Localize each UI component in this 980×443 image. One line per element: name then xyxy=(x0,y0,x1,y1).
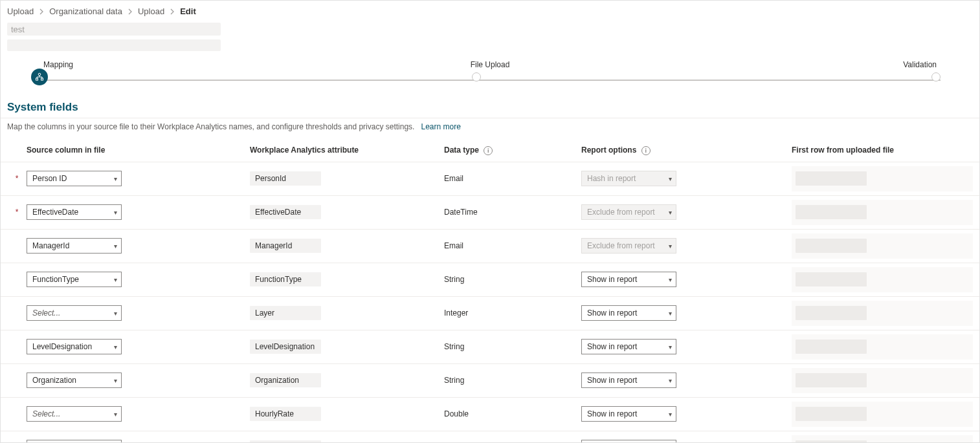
chevron-down-icon: ▾ xyxy=(114,411,117,418)
info-icon[interactable]: i xyxy=(484,146,493,155)
chevron-down-icon: ▾ xyxy=(669,243,672,250)
required-mark: * xyxy=(7,208,27,217)
source-column-dropdown[interactable]: Select...▾ xyxy=(27,305,122,321)
attribute-chip: Organization xyxy=(250,373,321,387)
table-row: Organization▾OrganizationStringShow in r… xyxy=(1,364,979,398)
source-column-dropdown[interactable]: Select...▾ xyxy=(27,406,122,422)
chevron-down-icon: ▾ xyxy=(114,310,117,317)
learn-more-link[interactable]: Learn more xyxy=(421,122,460,131)
chevron-down-icon: ▾ xyxy=(669,276,672,283)
source-column-dropdown[interactable]: Organization▾ xyxy=(27,373,122,388)
preview-cell xyxy=(796,171,867,186)
chevron-down-icon: ▾ xyxy=(114,209,117,216)
attribute-chip: LevelDesignation xyxy=(250,340,321,354)
chevron-down-icon: ▾ xyxy=(669,209,672,216)
table-row: ManagerId▾ManagerIdEmailExclude from rep… xyxy=(1,230,979,263)
preview-cell xyxy=(796,272,867,286)
step-node-validation xyxy=(931,72,941,81)
report-options-dropdown[interactable]: Show in report▾ xyxy=(581,373,676,388)
table-row: FunctionType▾FunctionTypeStringShow in r… xyxy=(1,263,979,297)
col-header-first-row: First row from uploaded file xyxy=(792,146,973,155)
table-row: Select...▾LayerIntegerShow in report▾ xyxy=(1,297,979,330)
breadcrumb-item[interactable]: Upload xyxy=(7,6,34,16)
report-options-dropdown[interactable]: Show in report▾ xyxy=(581,339,676,354)
col-header-source: Source column in file xyxy=(27,146,250,155)
chevron-down-icon: ▾ xyxy=(669,175,672,182)
data-type-label: Email xyxy=(444,241,463,250)
intro-text: Map the columns in your source file to t… xyxy=(1,122,979,142)
data-type-label: Email xyxy=(444,174,463,183)
report-options-dropdown: Exclude from report▾ xyxy=(581,204,676,220)
chevron-right-icon xyxy=(170,8,175,15)
breadcrumb-item[interactable]: Organizational data xyxy=(49,6,122,16)
source-column-dropdown[interactable]: TimeZone▾ xyxy=(27,440,122,443)
data-type-label: String xyxy=(444,342,464,351)
report-options-dropdown[interactable]: Show in report▾ xyxy=(581,440,676,443)
attribute-chip: PersonId xyxy=(250,171,321,186)
chevron-right-icon xyxy=(39,8,44,15)
data-type-label: String xyxy=(444,376,464,385)
step-label-validation: Validation xyxy=(639,60,937,69)
first-row-preview xyxy=(792,166,973,191)
chevron-down-icon: ▾ xyxy=(114,276,117,283)
chevron-down-icon: ▾ xyxy=(114,175,117,182)
attribute-chip: HourlyRate xyxy=(250,407,321,421)
report-options-dropdown: Hash in report▾ xyxy=(581,171,676,186)
preview-cell xyxy=(796,407,867,421)
source-column-dropdown[interactable]: ManagerId▾ xyxy=(27,238,122,254)
breadcrumb: Upload Organizational data Upload Edit xyxy=(1,1,979,20)
preview-cell xyxy=(796,340,867,354)
chevron-down-icon: ▾ xyxy=(114,243,117,250)
chevron-down-icon: ▾ xyxy=(669,411,672,418)
source-column-dropdown[interactable]: Person ID▾ xyxy=(27,171,122,186)
attribute-chip: EffectiveDate xyxy=(250,205,321,219)
attribute-chip: Layer xyxy=(250,306,321,320)
step-label-file-upload: File Upload xyxy=(341,60,639,69)
table-row: LevelDesignation▾LevelDesignationStringS… xyxy=(1,330,979,364)
report-options-dropdown[interactable]: Show in report▾ xyxy=(581,272,676,287)
preview-cell xyxy=(796,205,867,219)
breadcrumb-current: Edit xyxy=(180,6,196,16)
upload-description-input[interactable] xyxy=(7,39,221,51)
table-row: *EffectiveDate▾EffectiveDateDateTimeExcl… xyxy=(1,196,979,230)
svg-rect-1 xyxy=(36,78,38,80)
first-row-preview xyxy=(792,200,973,225)
chevron-right-icon xyxy=(128,8,133,15)
breadcrumb-item[interactable]: Upload xyxy=(138,6,164,16)
report-options-dropdown[interactable]: Show in report▾ xyxy=(581,305,676,321)
preview-cell xyxy=(796,373,867,387)
upload-name-input[interactable]: test xyxy=(7,23,221,36)
attribute-chip: ManagerId xyxy=(250,239,321,253)
table-row: TimeZone▾TimeZoneTimezoneShow in report▾ xyxy=(1,431,979,443)
chevron-down-icon: ▾ xyxy=(669,310,672,317)
report-options-dropdown[interactable]: Show in report▾ xyxy=(581,406,676,422)
chevron-down-icon: ▾ xyxy=(114,343,117,351)
preview-cell xyxy=(796,440,867,443)
first-row-preview xyxy=(792,435,973,443)
chevron-down-icon: ▾ xyxy=(114,377,117,384)
info-icon[interactable]: i xyxy=(641,146,651,155)
section-heading: System fields xyxy=(1,101,979,118)
table-header: Source column in file Workplace Analytic… xyxy=(1,142,979,162)
table-row: *Person ID▾PersonIdEmailHash in report▾ xyxy=(1,162,979,196)
source-column-dropdown[interactable]: LevelDesignation▾ xyxy=(27,339,122,354)
table-row: Select...▾HourlyRateDoubleShow in report… xyxy=(1,398,979,431)
svg-point-0 xyxy=(38,73,41,76)
chevron-down-icon: ▾ xyxy=(669,343,672,351)
required-mark: * xyxy=(7,174,27,183)
step-node-mapping xyxy=(31,69,48,85)
first-row-preview xyxy=(792,402,973,427)
data-type-label: Double xyxy=(444,409,469,418)
first-row-preview xyxy=(792,334,973,360)
first-row-preview xyxy=(792,267,973,292)
chevron-down-icon: ▾ xyxy=(669,377,672,384)
source-column-dropdown[interactable]: EffectiveDate▾ xyxy=(27,204,122,220)
data-type-label: String xyxy=(444,275,464,284)
source-column-dropdown[interactable]: FunctionType▾ xyxy=(27,272,122,287)
first-row-preview xyxy=(792,233,973,259)
report-options-dropdown: Exclude from report▾ xyxy=(581,238,676,254)
svg-rect-2 xyxy=(41,78,43,80)
data-type-label: DateTime xyxy=(444,208,478,217)
col-header-datatype: Data type xyxy=(444,146,479,155)
sitemap-icon xyxy=(35,72,44,81)
